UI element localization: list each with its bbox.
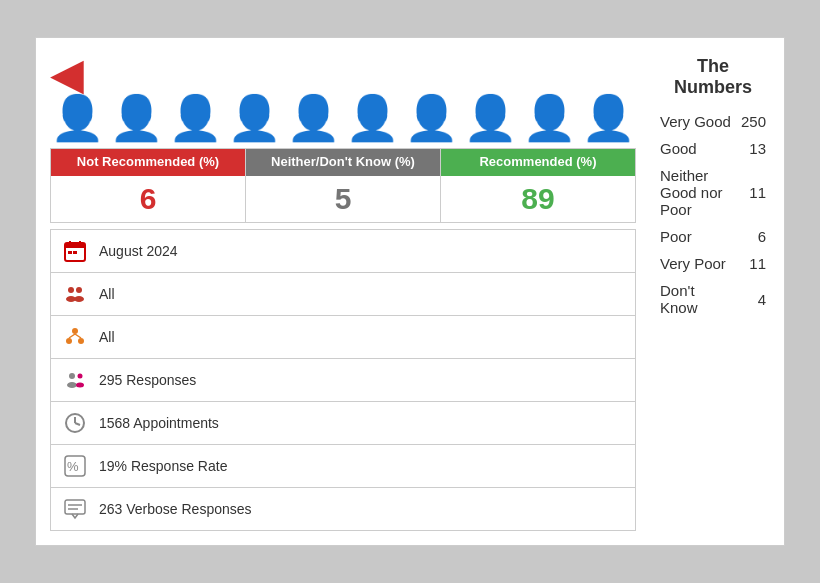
svg-point-16 <box>67 382 77 388</box>
person-icon-green-7: 👤 <box>522 96 577 140</box>
numbers-label: Poor <box>656 223 737 250</box>
people-icon <box>61 366 89 394</box>
percent-icon: % <box>61 452 89 480</box>
numbers-row: Very Poor11 <box>656 250 770 277</box>
numbers-row: Poor6 <box>656 223 770 250</box>
group-icon <box>61 280 89 308</box>
svg-text:%: % <box>67 459 79 474</box>
not-recommended-col: Not Recommended (%) 6 <box>50 148 246 223</box>
numbers-label: Very Poor <box>656 250 737 277</box>
numbers-label: Don't Know <box>656 277 737 321</box>
person-icon-green-3: 👤 <box>286 96 341 140</box>
neither-value: 5 <box>246 176 440 222</box>
svg-line-13 <box>69 334 75 338</box>
svg-rect-4 <box>68 251 72 254</box>
info-row-group: All <box>50 273 636 316</box>
svg-rect-1 <box>65 243 85 248</box>
numbers-row: Neither Good nor Poor11 <box>656 162 770 223</box>
main-layout: ◀👤 👤 👤 👤 👤 👤 👤 👤 👤 👤 Not Recommended (%)… <box>50 52 770 531</box>
recommended-value: 89 <box>441 176 635 222</box>
info-row-responses: 295 Responses <box>50 359 636 402</box>
neither-header: Neither/Don't Know (%) <box>246 149 440 176</box>
svg-point-11 <box>66 338 72 344</box>
numbers-value: 13 <box>737 135 770 162</box>
person-icon-green-8: 👤 <box>581 96 636 140</box>
numbers-value: 6 <box>737 223 770 250</box>
right-panel: The Numbers Very Good250Good13Neither Go… <box>636 52 770 531</box>
recommended-header: Recommended (%) <box>441 149 635 176</box>
svg-rect-5 <box>73 251 77 254</box>
numbers-row: Very Good250 <box>656 108 770 135</box>
stats-row: Not Recommended (%) 6 Neither/Don't Know… <box>50 148 636 223</box>
info-responses-text: 295 Responses <box>99 372 196 388</box>
main-card: ◀👤 👤 👤 👤 👤 👤 👤 👤 👤 👤 Not Recommended (%)… <box>35 37 785 546</box>
numbers-label: Neither Good nor Poor <box>656 162 737 223</box>
person-icon-green-4: 👤 <box>345 96 400 140</box>
person-icon-green-5: 👤 <box>404 96 459 140</box>
info-row-date: August 2024 <box>50 229 636 273</box>
svg-point-12 <box>78 338 84 344</box>
info-group1-text: All <box>99 286 115 302</box>
svg-line-14 <box>75 334 81 338</box>
numbers-value: 250 <box>737 108 770 135</box>
info-row-verbose: 263 Verbose Responses <box>50 488 636 531</box>
numbers-title: The Numbers <box>656 56 770 98</box>
info-response-rate-text: 19% Response Rate <box>99 458 227 474</box>
numbers-label: Good <box>656 135 737 162</box>
svg-point-6 <box>68 287 74 293</box>
subgroup-icon <box>61 323 89 351</box>
person-icon-gray: 👤 <box>109 96 164 140</box>
numbers-value: 4 <box>737 277 770 321</box>
info-row-response-rate: % 19% Response Rate <box>50 445 636 488</box>
person-icon-green-2: 👤 <box>227 96 282 140</box>
not-recommended-header: Not Recommended (%) <box>51 149 245 176</box>
numbers-row: Don't Know4 <box>656 277 770 321</box>
person-icon-red: ◀👤 <box>50 52 105 140</box>
numbers-value: 11 <box>737 162 770 223</box>
info-row-subgroup: All <box>50 316 636 359</box>
person-icon-green-6: 👤 <box>463 96 518 140</box>
svg-point-18 <box>76 382 84 387</box>
info-verbose-text: 263 Verbose Responses <box>99 501 252 517</box>
info-appointments-text: 1568 Appointments <box>99 415 219 431</box>
info-date-text: August 2024 <box>99 243 178 259</box>
left-panel: ◀👤 👤 👤 👤 👤 👤 👤 👤 👤 👤 Not Recommended (%)… <box>50 52 636 531</box>
info-rows: August 2024 All <box>50 229 636 531</box>
numbers-table: Very Good250Good13Neither Good nor Poor1… <box>656 108 770 321</box>
svg-point-17 <box>78 373 83 378</box>
clock-icon <box>61 409 89 437</box>
person-icon-green-1: 👤 <box>168 96 223 140</box>
neither-col: Neither/Don't Know (%) 5 <box>246 148 441 223</box>
icons-row: ◀👤 👤 👤 👤 👤 👤 👤 👤 👤 👤 <box>50 52 636 140</box>
svg-point-15 <box>69 373 75 379</box>
calendar-icon <box>61 237 89 265</box>
numbers-row: Good13 <box>656 135 770 162</box>
info-row-appointments: 1568 Appointments <box>50 402 636 445</box>
numbers-value: 11 <box>737 250 770 277</box>
info-group2-text: All <box>99 329 115 345</box>
svg-rect-24 <box>65 500 85 514</box>
message-icon <box>61 495 89 523</box>
recommended-col: Recommended (%) 89 <box>441 148 636 223</box>
not-recommended-value: 6 <box>51 176 245 222</box>
svg-point-7 <box>76 287 82 293</box>
svg-point-10 <box>72 328 78 334</box>
svg-point-9 <box>74 296 84 302</box>
numbers-label: Very Good <box>656 108 737 135</box>
